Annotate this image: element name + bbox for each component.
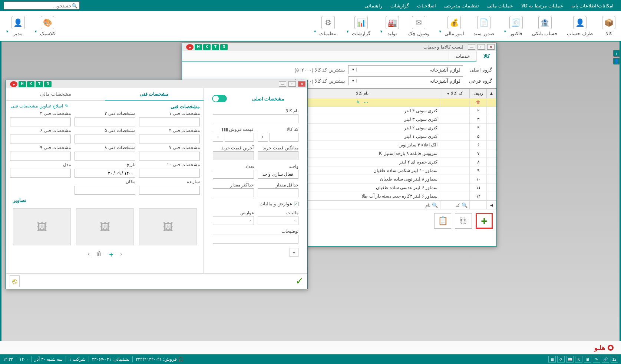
menu-help[interactable]: راهنمائی — [361, 1, 386, 10]
tech-field-input[interactable] — [139, 152, 200, 161]
window-max-button[interactable]: □ — [478, 44, 485, 50]
confirm-button[interactable]: ✓ — [295, 275, 304, 287]
tech-field-input[interactable] — [75, 152, 135, 161]
ribbon-theme-classic[interactable]: 🎨کلاسیک — [40, 16, 55, 36]
image-slot[interactable]: 🖼 — [139, 208, 197, 245]
ribbon-settings[interactable]: ⚙تنظیمات — [319, 16, 337, 36]
qty-input[interactable] — [213, 170, 254, 179]
window-titlebar[interactable]: ✕ □ — لیست کالاها و خدمات R T K H ه — [182, 43, 496, 51]
pencil-icon[interactable]: ✎ — [356, 100, 360, 105]
min-input[interactable] — [258, 188, 299, 197]
sale-price-input[interactable] — [225, 133, 254, 142]
toolbar-r[interactable]: R — [44, 81, 52, 87]
chevron-right-icon[interactable]: › — [88, 251, 90, 259]
tax-checkbox[interactable]: ✓عوارض و مالیات — [213, 201, 298, 206]
add-item-button[interactable]: + — [476, 213, 493, 229]
barcode-icon[interactable]: ▮▮▮ — [221, 127, 228, 132]
search-name-input[interactable] — [287, 203, 430, 208]
chevron-left-icon[interactable]: ‹ — [120, 251, 122, 259]
image-slot[interactable]: 🖼 — [13, 208, 71, 245]
ribbon-reports[interactable]: 📊گزارشات — [352, 16, 370, 36]
chevron-down-icon[interactable]: ▼ — [6, 19, 9, 33]
window-titlebar[interactable]: ✕ □ — R T K H ه — [6, 80, 307, 88]
tech-field-input[interactable] — [10, 169, 71, 178]
exit-button[interactable]: ⎋ — [10, 275, 20, 287]
calendar-icon[interactable]: 12 — [611, 356, 618, 363]
toolbar-k[interactable]: K — [27, 81, 34, 87]
window-min-button[interactable]: — — [468, 44, 475, 50]
tab-tech-spec[interactable]: مشخصات فنی — [105, 88, 204, 100]
tech-field-input[interactable] — [139, 169, 200, 178]
window-min-button[interactable]: — — [279, 81, 286, 87]
price-plus-button[interactable]: + — [213, 133, 223, 142]
menu-goods-ops[interactable]: عملیات مرتبط به کالا — [518, 1, 567, 10]
item-code-input[interactable] — [270, 133, 299, 142]
code-plus-button[interactable]: + — [258, 133, 268, 142]
link-icon[interactable]: 🔗 — [602, 356, 609, 363]
col-row[interactable]: ردیف — [470, 89, 487, 98]
tech-field-input[interactable] — [10, 135, 71, 143]
add-image-button[interactable]: + — [109, 251, 113, 259]
tab-goods[interactable]: کالا — [476, 51, 496, 62]
sub-group-combo[interactable]: لوازم آشپزخانه▼ — [348, 76, 463, 85]
global-search[interactable]: 🔍 — [4, 1, 80, 10]
active-toggle[interactable] — [212, 95, 227, 102]
chevron-down-icon[interactable]: ▼ — [346, 19, 349, 33]
tech-field-input[interactable] — [10, 152, 71, 161]
toolbar-k[interactable]: K — [203, 44, 211, 50]
main-group-combo[interactable]: لوازم آشپزخانه▼ — [348, 65, 463, 74]
list-action-button[interactable]: 📋 — [434, 213, 451, 229]
tab-finance-spec[interactable]: مشخصات مالی — [6, 88, 105, 100]
search-code-input[interactable] — [442, 203, 460, 208]
chevron-down-icon[interactable]: ▼ — [313, 19, 317, 33]
trash-icon[interactable]: 🗑 — [96, 251, 102, 259]
ribbon-cheque[interactable]: ✉وصول چک — [408, 16, 429, 36]
image-slot[interactable]: 🖼 — [76, 208, 134, 245]
menu-mgmt-settings[interactable]: تنظیمات مدیریتی — [440, 1, 483, 10]
tech-field-input[interactable] — [139, 186, 200, 195]
tech-field-input[interactable] — [139, 135, 200, 143]
menu-corrections[interactable]: اصلاحـات — [413, 1, 440, 10]
edit-tech-titles-link[interactable]: ✎اصلاح عناوین مشخصات فنی — [6, 101, 73, 111]
activate-unit-button[interactable]: فعال سازی واحد — [258, 170, 299, 179]
calc-icon[interactable]: 🖩 — [584, 356, 591, 363]
add-desc-button[interactable]: + — [290, 248, 298, 257]
ribbon-voucher[interactable]: 📄صدور سند — [473, 16, 494, 36]
menu-financial-ops[interactable]: عملیات مالی — [483, 1, 517, 10]
chevron-down-icon[interactable]: ▼ — [439, 19, 442, 33]
info-icon[interactable]: i — [613, 50, 620, 57]
ribbon-bank-account[interactable]: 🏦حساب بانکی — [532, 16, 558, 36]
k-icon[interactable]: K — [575, 356, 582, 363]
window-close-button[interactable]: ✕ — [298, 81, 305, 87]
tech-field-input[interactable] — [75, 169, 135, 178]
chevron-left-icon[interactable]: ◄ — [489, 202, 494, 208]
chevron-down-icon[interactable]: ▼ — [380, 19, 383, 33]
global-search-input[interactable] — [6, 3, 72, 9]
col-name[interactable]: نام کالا — [285, 89, 440, 98]
toolbar-t[interactable]: T — [212, 44, 219, 50]
toolbar-r[interactable]: R — [220, 44, 228, 50]
tech-field-input[interactable] — [75, 135, 135, 143]
tax-input[interactable] — [258, 216, 299, 225]
refresh-icon[interactable]: ⟳ — [557, 356, 565, 363]
user-icon[interactable]: 👤 — [613, 58, 620, 64]
duty-input[interactable] — [213, 216, 254, 225]
ribbon-finance[interactable]: 💰امور مالی — [445, 16, 465, 36]
max-input[interactable] — [213, 188, 254, 197]
toolbar-h[interactable]: H — [195, 44, 202, 50]
more-icon[interactable]: ⋯ — [364, 100, 368, 105]
note-icon[interactable]: ✎ — [593, 356, 600, 363]
trash-icon[interactable]: 🗑 — [476, 100, 480, 105]
toolbar-t[interactable]: T — [36, 81, 43, 87]
tech-field-input[interactable] — [75, 118, 135, 126]
grid-icon[interactable]: ▦ — [548, 356, 556, 363]
tab-services[interactable]: خدمات — [449, 51, 476, 62]
ribbon-invoice[interactable]: 🧾فاکتور — [509, 16, 523, 36]
toolbar-h[interactable]: H — [19, 81, 26, 87]
tech-field-input[interactable] — [139, 118, 200, 126]
menu-base-info[interactable]: امکانات/اطلاعات پایه — [568, 1, 617, 10]
book-icon[interactable]: 📖 — [566, 356, 574, 363]
tech-field-input[interactable] — [75, 186, 135, 195]
item-name-input[interactable] — [213, 114, 298, 123]
ribbon-goods[interactable]: 📦کالا — [602, 16, 615, 36]
